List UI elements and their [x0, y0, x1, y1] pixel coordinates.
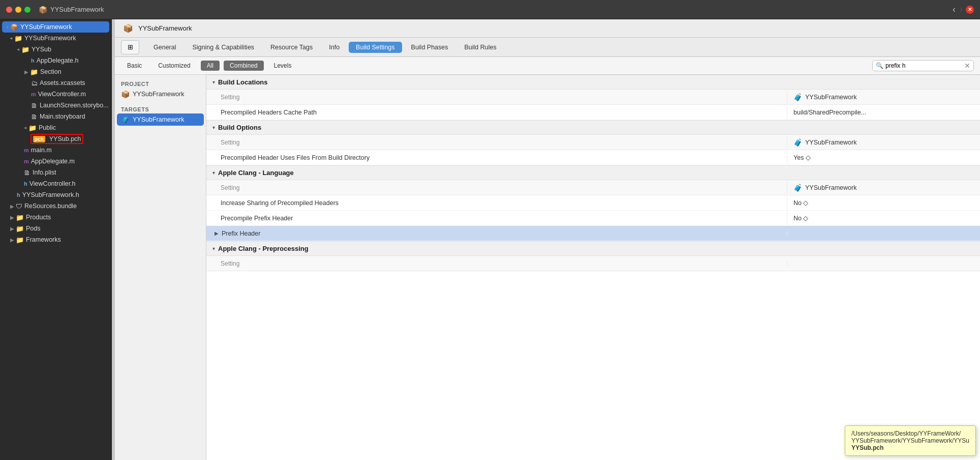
tab-build-phases[interactable]: Build Phases: [404, 42, 455, 53]
toolbar-levels[interactable]: Levels: [268, 61, 298, 71]
sidebar-item-viewcontroller-h[interactable]: h ViewController.h: [0, 178, 111, 189]
error-badge[interactable]: ✕: [966, 6, 974, 14]
section-title: Build Options: [218, 124, 261, 131]
arrow-icon: ▾: [9, 37, 14, 40]
main-container: ▾ 📦 YYSubFramework ▾ 📁 YYSubFramework ▾ …: [0, 19, 980, 460]
precompile-prefix-row[interactable]: Precompile Prefix Header No ◇: [206, 211, 980, 226]
folder-icon: 📦: [10, 23, 18, 31]
minimize-button[interactable]: [15, 7, 21, 13]
project-icon: 📦: [121, 90, 130, 98]
section-arrow-icon: ▾: [212, 79, 215, 85]
sidebar-item-viewcontroller-m[interactable]: m ViewController.m: [0, 89, 111, 100]
sidebar-item-appdelegate-h[interactable]: h AppDelegate.h: [0, 55, 111, 66]
folder-icon: 📁: [16, 225, 24, 233]
sidebar-item-resources-bundle[interactable]: ▶ 🛡 ReSources.bundle: [0, 200, 111, 212]
folder-icon: 📁: [14, 35, 22, 42]
m-file-icon: m: [24, 147, 29, 153]
sidebar-item-yysubframework-h[interactable]: h YYSubFramework.h: [0, 189, 111, 200]
precompiled-header-files-row[interactable]: Precompiled Header Uses Files From Build…: [206, 150, 980, 165]
sidebar-item-frameworks-folder[interactable]: ▶ 📁 Frameworks: [0, 234, 111, 245]
pch-icon: pch: [33, 136, 45, 142]
toolbar-combined[interactable]: Combined: [224, 61, 264, 71]
folder-icon: 📁: [16, 236, 24, 244]
apple-clang-prep-value: [787, 261, 980, 266]
section-build-locations[interactable]: ▾ Build Locations: [206, 75, 980, 90]
sidebar-item-main-storyboard[interactable]: 🗎 Main.storyboard: [0, 111, 111, 122]
arrow-icon: ▶: [10, 226, 14, 232]
m-file-icon: m: [31, 91, 36, 97]
sidebar-item-yysub-pch[interactable]: pch YYSub.pch: [0, 133, 111, 145]
search-clear-button[interactable]: ✕: [964, 62, 970, 70]
settings-content: PROJECT 📦 YYSubFramework TARGETS 🧳 YYSub…: [115, 75, 980, 460]
section-title: Build Locations: [218, 78, 268, 86]
arrow-icon: ▶: [10, 204, 14, 209]
sidebar-item-appdelegate-m[interactable]: m AppDelegate.m: [0, 156, 111, 167]
build-locations-header-row: Setting 🧳 YYSubFramework: [206, 90, 980, 105]
sidebar-item-assets-xcassets[interactable]: 🗂 Assets.xcassets: [0, 77, 111, 89]
section-title: Apple Clang - Language: [218, 169, 294, 177]
arrow-icon: ▶: [10, 215, 14, 220]
editor-pane: 📦 YYSubFramework ⊞ General Signing & Cap…: [115, 19, 980, 460]
sidebar-item-section-folder[interactable]: ▶ 📁 Section: [0, 66, 111, 77]
settings-table: ▾ Build Locations Setting 🧳 YYSubFramewo…: [206, 75, 980, 460]
section-build-options[interactable]: ▾ Build Options: [206, 120, 980, 135]
settings-toolbar: Basic Customized All Combined Levels 🔍 ✕: [115, 57, 980, 75]
build-options-header-row: Setting 🧳 YYSubFramework: [206, 135, 980, 150]
close-button[interactable]: [6, 7, 12, 13]
sidebar-item-yysubframework-root[interactable]: ▾ 📦 YYSubFramework: [2, 21, 109, 33]
sidebar-item-products-folder[interactable]: ▶ 📁 Products: [0, 212, 111, 223]
editor-header: 📦 YYSubFramework: [115, 19, 980, 38]
arrow-icon: ▾: [23, 127, 28, 129]
target-icon: 🧳: [793, 138, 802, 147]
maximize-button[interactable]: [24, 7, 30, 13]
tab-general[interactable]: General: [146, 42, 183, 53]
folder-icon: 📁: [21, 46, 29, 53]
precompile-prefix-value: No ◇: [787, 212, 980, 224]
sidebar-item-pods-folder[interactable]: ▶ 📁 Pods: [0, 223, 111, 234]
search-icon: 🔍: [876, 62, 883, 69]
target-icon: 🧳: [793, 184, 802, 192]
section-apple-clang-language[interactable]: ▾ Apple Clang - Language: [206, 165, 980, 180]
tab-info[interactable]: Info: [322, 42, 347, 53]
apple-clang-lang-setting-value: 🧳 YYSubFramework: [787, 181, 980, 194]
precompiled-files-value: Yes ◇: [787, 151, 980, 164]
search-input[interactable]: [885, 62, 962, 69]
sidebar-item-public-folder[interactable]: ▾ 📁 Public: [0, 122, 111, 133]
target-icon: 🧳: [121, 116, 130, 124]
forward-button[interactable]: ›: [959, 4, 964, 15]
tab-resource-tags[interactable]: Resource Tags: [263, 42, 320, 53]
toolbar-basic[interactable]: Basic: [121, 61, 148, 71]
section-title: Apple Clang - Preprocessing: [218, 245, 309, 252]
sidebar-item-info-plist[interactable]: 🗎 Info.plist: [0, 167, 111, 178]
title-bar: 📦 YYSubFramework ‹ › ✕: [0, 0, 980, 19]
toolbar-all[interactable]: All: [201, 61, 220, 71]
precompiled-headers-cache-row[interactable]: Precompiled Headers Cache Path build/Sha…: [206, 105, 980, 120]
target-icon: 🧳: [793, 93, 802, 101]
toolbar-customized[interactable]: Customized: [152, 61, 196, 71]
file-navigator: ▾ 📦 YYSubFramework ▾ 📁 YYSubFramework ▾ …: [0, 19, 112, 460]
arrow-icon: ▾: [16, 48, 21, 51]
m-file-icon: m: [24, 158, 29, 164]
tab-signing[interactable]: Signing & Capabilities: [185, 42, 261, 53]
plist-icon: 🗎: [24, 169, 30, 177]
prefix-header-row[interactable]: ▶ Prefix Header: [206, 226, 980, 241]
sidebar-item-yysubframework-folder[interactable]: ▾ 📁 YYSubFramework: [0, 33, 111, 44]
tooltip-popup: /Users/seasons/Desktop/YYFrameWork/ YYSu…: [845, 425, 976, 456]
storyboard-icon: 🗎: [31, 102, 38, 109]
nav-arrows: ‹ › ✕: [952, 4, 974, 15]
section-arrow-icon: ▾: [212, 125, 215, 130]
header-icon: h: [31, 58, 35, 64]
back-button[interactable]: ‹: [952, 4, 957, 15]
tab-build-settings[interactable]: Build Settings: [349, 42, 402, 53]
section-arrow-icon: ▾: [212, 170, 215, 176]
layout-toggle[interactable]: ⊞: [121, 40, 139, 54]
panel-project-item[interactable]: 📦 YYSubFramework: [115, 88, 206, 100]
tab-build-rules[interactable]: Build Rules: [457, 42, 504, 53]
storyboard-icon: 🗎: [31, 113, 38, 121]
sidebar-item-launchscreen[interactable]: 🗎 LaunchScreen.storybo...: [0, 100, 111, 111]
panel-target-item[interactable]: 🧳 YYSubFramework: [117, 113, 204, 126]
section-apple-clang-preprocessing[interactable]: ▾ Apple Clang - Preprocessing: [206, 241, 980, 256]
increase-sharing-row[interactable]: Increase Sharing of Precompiled Headers …: [206, 195, 980, 211]
sidebar-item-yysub-folder[interactable]: ▾ 📁 YYSub: [0, 44, 111, 55]
sidebar-item-main-m[interactable]: m main.m: [0, 145, 111, 156]
